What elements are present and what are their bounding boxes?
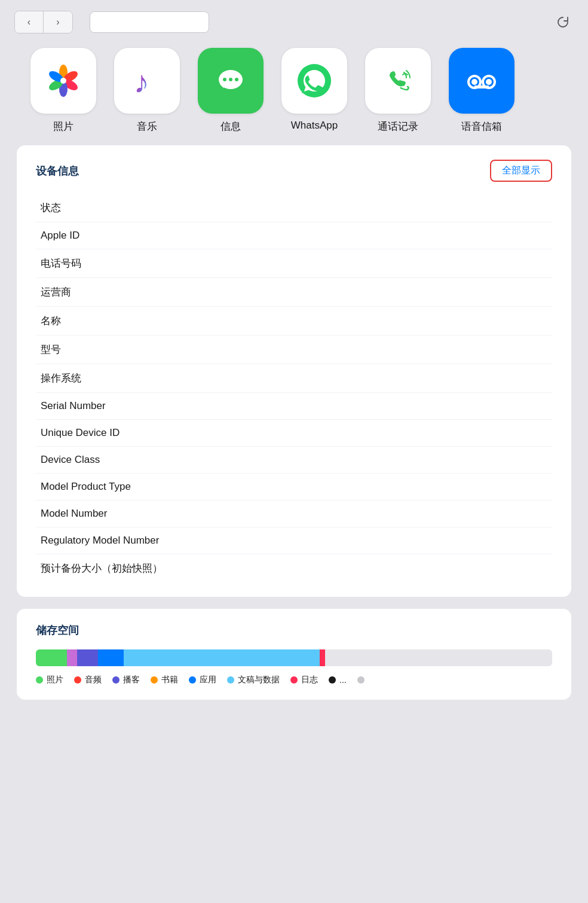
storage-segment: [320, 649, 325, 666]
legend-dot: [357, 676, 365, 684]
app-label-phone: 通话记录: [378, 120, 418, 133]
info-item: Model Number: [36, 501, 552, 527]
info-item: 电话号码: [36, 249, 552, 278]
legend-item: 照片: [36, 675, 63, 685]
legend-label: 播客: [123, 675, 140, 685]
app-label-photos: 照片: [53, 120, 74, 133]
storage-header: 储存空间: [36, 623, 552, 637]
app-label-whatsapp: WhatsApp: [291, 120, 338, 132]
apps-row: 照片 ♪ 音乐: [0, 42, 588, 145]
nav-forward-button[interactable]: ›: [44, 11, 72, 33]
legend-dot: [227, 676, 234, 684]
svg-text:♪: ♪: [134, 65, 149, 99]
svg-rect-19: [474, 86, 489, 89]
storage-segment: [98, 649, 124, 666]
legend-item: 日志: [290, 675, 318, 685]
show-all-button[interactable]: 全部显示: [490, 160, 552, 182]
info-item: 状态: [36, 194, 552, 222]
legend-label: 应用: [200, 675, 216, 685]
top-bar: ‹ ›: [0, 0, 588, 42]
storage-title: 储存空间: [36, 623, 79, 637]
legend-item: [357, 675, 365, 685]
legend-label: 照片: [47, 675, 63, 685]
app-icon-photos: [30, 48, 96, 114]
reload-button[interactable]: [552, 11, 574, 33]
info-item: Regulatory Model Number: [36, 527, 552, 554]
legend-item: 文稿与数据: [227, 675, 280, 685]
app-icon-voicemail: [449, 48, 514, 114]
info-item: 预计备份大小（初始快照）: [36, 554, 552, 582]
nav-back-button[interactable]: ‹: [15, 11, 44, 33]
device-info-title: 设备信息: [36, 164, 79, 178]
legend-label: 文稿与数据: [238, 675, 280, 685]
svg-point-11: [223, 78, 226, 81]
legend-item: 播客: [112, 675, 140, 685]
legend-item: 应用: [189, 675, 216, 685]
app-icon-phone: [365, 48, 431, 114]
storage-section: 储存空间 照片音频播客书籍应用文稿与数据日志...: [17, 609, 571, 700]
legend-dot: [151, 676, 158, 684]
legend-label: 日志: [301, 675, 318, 685]
svg-point-20: [471, 79, 477, 85]
legend-dot: [189, 676, 196, 684]
legend-dot: [74, 676, 81, 684]
app-icon-whatsapp: [281, 48, 347, 114]
search-bar[interactable]: [90, 11, 209, 33]
legend-dot: [329, 676, 336, 684]
storage-bar: [36, 649, 552, 666]
legend-label: ...: [339, 675, 347, 685]
device-info-section: 设备信息 全部显示 状态Apple ID电话号码运营商名称型号操作系统Seria…: [17, 145, 571, 597]
legend-item: 书籍: [151, 675, 178, 685]
svg-point-13: [235, 78, 238, 81]
info-item: 操作系统: [36, 364, 552, 393]
legend-label: 书籍: [161, 675, 178, 685]
storage-segment: [77, 649, 98, 666]
info-item: Apple ID: [36, 222, 552, 249]
storage-legend: 照片音频播客书籍应用文稿与数据日志...: [36, 675, 552, 685]
device-info-list: 状态Apple ID电话号码运营商名称型号操作系统Serial NumberUn…: [36, 194, 552, 582]
info-item: 名称: [36, 307, 552, 335]
svg-point-21: [486, 79, 492, 85]
app-item-whatsapp[interactable]: WhatsApp: [272, 48, 356, 132]
app-item-messages[interactable]: 信息: [189, 48, 272, 133]
storage-segment: [36, 649, 67, 666]
nav-buttons: ‹ ›: [14, 11, 73, 33]
app-label-messages: 信息: [220, 120, 241, 133]
app-label-voicemail: 语音信箱: [461, 120, 502, 133]
storage-segment: [67, 649, 77, 666]
app-item-voicemail[interactable]: 语音信箱: [440, 48, 523, 133]
info-item: Device Class: [36, 447, 552, 474]
info-item: 运营商: [36, 278, 552, 307]
app-item-music[interactable]: ♪ 音乐: [105, 48, 189, 133]
svg-point-12: [229, 78, 232, 81]
svg-point-6: [60, 78, 66, 84]
app-icon-messages: [198, 48, 264, 114]
app-label-music: 音乐: [137, 120, 157, 133]
legend-item: 音频: [74, 675, 102, 685]
legend-dot: [112, 676, 120, 684]
info-item: Serial Number: [36, 393, 552, 420]
app-icon-music: ♪: [114, 48, 180, 114]
device-info-header: 设备信息 全部显示: [36, 160, 552, 182]
app-item-phone[interactable]: 通话记录: [356, 48, 440, 133]
legend-dot: [290, 676, 298, 684]
legend-item: ...: [329, 675, 347, 685]
info-item: 型号: [36, 335, 552, 364]
info-item: Model Product Type: [36, 474, 552, 501]
legend-label: 音频: [85, 675, 102, 685]
legend-dot: [36, 676, 43, 684]
storage-segment: [124, 649, 320, 666]
storage-segment: [325, 649, 552, 666]
app-item-photos[interactable]: 照片: [22, 48, 105, 133]
info-item: Unique Device ID: [36, 420, 552, 447]
